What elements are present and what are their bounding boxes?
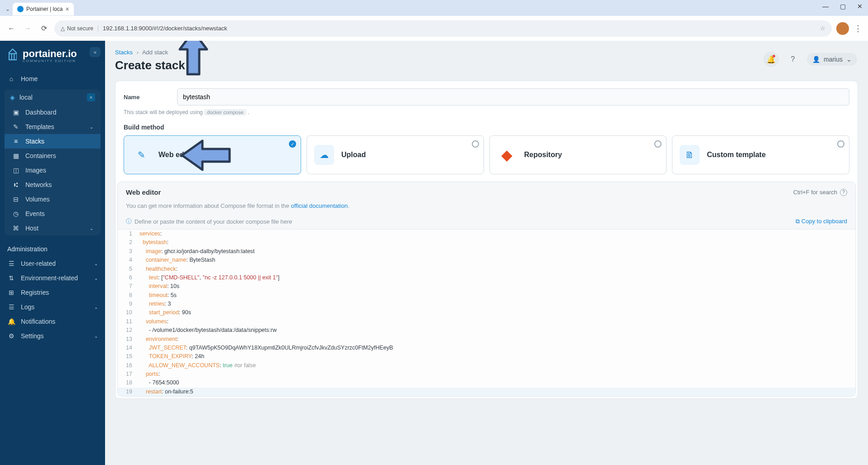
build-method-heading: Build method [124, 124, 849, 131]
line-number: 6 [118, 273, 136, 282]
sidebar-item-dashboard[interactable]: ▣Dashboard [5, 105, 101, 120]
sidebar-item-host[interactable]: ⌘Host⌄ [5, 221, 101, 235]
sidebar-item-events[interactable]: ◷Events [5, 206, 101, 221]
back-button[interactable]: ← [5, 24, 17, 33]
sidebar-item-home[interactable]: ⌂ Home [0, 72, 105, 86]
minimize-button[interactable]: ― [821, 3, 830, 10]
code-line[interactable]: 18 - 7654:5000 [118, 379, 855, 387]
bookmark-icon[interactable]: ☆ [820, 25, 825, 32]
sidebar-item-stacks[interactable]: ≡Stacks [5, 134, 101, 149]
home-icon: ⌂ [7, 75, 15, 82]
maximize-button[interactable]: ▢ [838, 3, 847, 10]
window-controls: ― ▢ ✕ [821, 3, 864, 10]
sidebar-item-containers[interactable]: ▦Containers [5, 149, 101, 163]
compose-code-editor[interactable]: 1services:2 bytestash:3 image: ghcr.io/j… [118, 229, 855, 396]
docs-link[interactable]: official documentation [291, 202, 348, 209]
line-number: 5 [118, 265, 136, 273]
code-line[interactable]: 6 test: ["CMD-SHELL", "nc -z 127.0.0.1 5… [118, 273, 855, 282]
edit-icon: ✎ [131, 145, 151, 165]
build-method-upload[interactable]: ☁Upload [307, 135, 484, 174]
collapse-sidebar-button[interactable]: « [90, 47, 101, 57]
item-icon: ▦ [12, 152, 20, 159]
stack-name-input[interactable] [177, 88, 849, 105]
sidebar-environment-group: ◈ local × ▣Dashboard✎Templates⌄≡Stacks▦C… [5, 90, 101, 235]
close-env-icon[interactable]: × [87, 93, 95, 101]
header-actions: 🔔 ? 👤 marius ⌄ [763, 52, 857, 67]
code-line[interactable]: 5 healthcheck: [118, 265, 855, 273]
forward-button[interactable]: → [22, 24, 34, 33]
item-icon: ◫ [12, 167, 20, 174]
item-icon: ⊟ [12, 196, 20, 203]
profile-avatar[interactable] [836, 22, 849, 35]
svg-rect-1 [12, 54, 14, 59]
tab-list-chevron-icon[interactable]: ⌄ [3, 6, 13, 12]
close-tab-icon[interactable]: × [66, 5, 69, 13]
browser-menu-icon[interactable]: ⋮ [854, 24, 863, 34]
build-method-custom-template[interactable]: 🗎Custom template [672, 135, 849, 174]
sidebar-item-user-related[interactable]: ☰User-related⌄ [0, 256, 105, 271]
code-line[interactable]: 17 ports: [118, 370, 855, 379]
clipboard-icon: ⧉ [796, 218, 800, 225]
sidebar-env-header[interactable]: ◈ local × [5, 90, 101, 105]
build-method-repository[interactable]: ◆Repository [489, 135, 667, 174]
browser-tab[interactable]: Portainer | loca × [13, 3, 74, 15]
item-icon: ⑆ [12, 181, 20, 188]
sidebar-item-notifications[interactable]: 🔔Notifications [0, 314, 105, 329]
code-line[interactable]: 8 timeout: 5s [118, 291, 855, 300]
address-bar[interactable]: △ Not secure 192.168.1.18:9000/#!/2/dock… [54, 20, 832, 37]
code-line[interactable]: 9 retries: 3 [118, 300, 855, 308]
web-editor-section: Web editor Ctrl+F for search ? You can g… [117, 182, 856, 397]
code-line[interactable]: 16 ALLOW_NEW_ACCOUNTS: true #or false [118, 361, 855, 370]
sidebar-item-templates[interactable]: ✎Templates⌄ [5, 120, 101, 134]
security-indicator[interactable]: △ Not secure [61, 25, 98, 32]
code-line[interactable]: 19 restart: on-failure:5 [118, 388, 855, 396]
sidebar-item-images[interactable]: ◫Images [5, 163, 101, 177]
editor-search-hint: Ctrl+F for search ? [793, 189, 847, 196]
user-icon: 👤 [812, 56, 820, 63]
code-line[interactable]: 15 TOKEN_EXPIRY: 24h [118, 352, 855, 361]
line-number: 2 [118, 238, 136, 247]
item-icon: ⚙ [7, 332, 15, 340]
warning-icon: △ [61, 25, 65, 32]
notifications-button[interactable]: 🔔 [763, 52, 779, 67]
line-number: 12 [118, 326, 136, 335]
notification-dot [772, 55, 775, 58]
line-number: 1 [118, 230, 136, 238]
copy-to-clipboard-button[interactable]: ⧉ Copy to clipboard [796, 218, 847, 225]
code-line[interactable]: 10 start_period: 90s [118, 308, 855, 317]
line-number: 13 [118, 335, 136, 344]
code-line[interactable]: 4 container_name: ByteStash [118, 256, 855, 264]
sidebar-item-volumes[interactable]: ⊟Volumes [5, 192, 101, 206]
sidebar-item-logs[interactable]: ☰Logs⌄ [0, 300, 105, 314]
editor-info: You can get more information about Compo… [118, 202, 855, 214]
help-button[interactable]: ? [785, 52, 801, 67]
user-menu[interactable]: 👤 marius ⌄ [807, 53, 857, 66]
breadcrumb-root[interactable]: Stacks [115, 49, 133, 56]
code-line[interactable]: 2 bytestash: [118, 238, 855, 247]
code-line[interactable]: 13 environment: [118, 335, 855, 344]
chevron-down-icon: ⌄ [90, 125, 93, 129]
item-icon: ▣ [12, 109, 20, 116]
close-window-button[interactable]: ✕ [855, 3, 864, 10]
tab-title: Portainer | loca [26, 6, 63, 12]
info-icon: ⓘ [126, 217, 132, 225]
sidebar-item-environment-related[interactable]: ⇅Environment-related⌄ [0, 271, 105, 285]
code-line[interactable]: 1services: [118, 230, 855, 238]
code-line[interactable]: 12 - /volume1/docker/bytestash/data:/dat… [118, 326, 855, 335]
sidebar-item-registries[interactable]: ⊞Registries [0, 285, 105, 300]
code-line[interactable]: 11 volumes: [118, 317, 855, 326]
sidebar-item-settings[interactable]: ⚙Settings⌄ [0, 329, 105, 343]
line-number: 16 [118, 361, 136, 370]
code-line[interactable]: 14 JWT_SECRET: q9TAW5pK5O9DqAWhY18Xupmtl… [118, 344, 855, 352]
code-line[interactable]: 7 interval: 10s [118, 282, 855, 291]
brand-logo-icon [6, 48, 19, 63]
sidebar-item-networks[interactable]: ⑆Networks [5, 177, 101, 192]
line-number: 3 [118, 247, 136, 256]
line-number: 9 [118, 300, 136, 308]
reload-button[interactable]: ⟳ [38, 24, 50, 33]
chevron-down-icon: ⌄ [94, 276, 98, 281]
line-number: 11 [118, 317, 136, 326]
code-line[interactable]: 3 image: ghcr.io/jordan-dalby/bytestash:… [118, 247, 855, 256]
annotation-arrow-webeditor [180, 137, 234, 173]
brand-edition: COMMUNITY EDITION [23, 59, 77, 63]
